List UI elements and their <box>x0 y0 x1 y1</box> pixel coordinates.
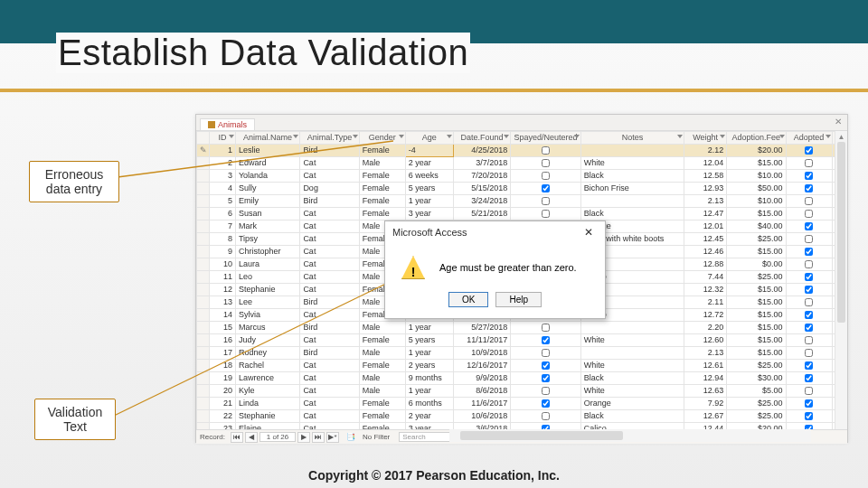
cell[interactable] <box>197 322 210 334</box>
table-row[interactable]: 22StephanieCatFemale2 year10/6/2018Black… <box>197 410 847 423</box>
cell[interactable]: 19 <box>210 372 236 385</box>
cell[interactable]: Cat <box>300 385 359 398</box>
tab-animals[interactable]: Animals <box>200 118 255 130</box>
cell[interactable] <box>197 410 210 423</box>
table-row[interactable]: 15MarcusBirdMale1 year5/27/20182.20$15.0… <box>197 322 847 334</box>
table-row[interactable]: 19LawrenceCatMale9 months9/9/2018Black12… <box>197 372 847 385</box>
cell[interactable]: White <box>580 157 684 170</box>
col-header[interactable]: Age <box>405 132 453 145</box>
cell[interactable]: $25.00 <box>727 410 786 423</box>
cell[interactable]: $20.00 <box>727 423 786 430</box>
cell[interactable]: Linda <box>235 398 299 410</box>
cell[interactable]: -4 <box>405 145 453 157</box>
cell[interactable]: Leo <box>235 271 299 284</box>
cell[interactable]: 2 year <box>405 410 453 423</box>
nav-next-button[interactable]: ▶ <box>297 432 310 443</box>
cell[interactable]: 3/24/2018 <box>453 195 510 208</box>
cell[interactable] <box>197 296 210 309</box>
cell[interactable]: $15.00 <box>727 284 786 296</box>
cell[interactable]: Laura <box>235 258 299 271</box>
cell[interactable] <box>511 410 581 423</box>
cell[interactable]: Cat <box>300 157 359 170</box>
cell[interactable] <box>511 208 581 221</box>
cell[interactable]: 4 <box>210 183 236 195</box>
cell[interactable]: Male <box>359 157 405 170</box>
cell[interactable] <box>511 385 581 398</box>
cell[interactable]: Judy <box>235 334 299 347</box>
cell[interactable]: 3/6/2018 <box>453 423 510 430</box>
cell[interactable]: Bird <box>300 296 359 309</box>
cell[interactable] <box>197 195 210 208</box>
cell[interactable]: $25.00 <box>727 360 786 372</box>
cell[interactable] <box>197 372 210 385</box>
cell[interactable]: 7.44 <box>684 271 727 284</box>
cell[interactable]: 5 <box>210 195 236 208</box>
ok-button[interactable]: OK <box>448 292 488 307</box>
cell[interactable]: 2 <box>210 157 236 170</box>
cell[interactable]: Female <box>359 423 405 430</box>
table-row[interactable]: 20KyleCatMale1 year8/6/2018White12.63$5.… <box>197 385 847 398</box>
cell[interactable]: 18 <box>210 360 236 372</box>
help-button[interactable]: Help <box>495 292 542 307</box>
cell[interactable]: 2.13 <box>684 195 727 208</box>
cell[interactable]: White <box>580 360 684 372</box>
cell[interactable] <box>197 309 210 322</box>
cell[interactable]: Male <box>359 347 405 360</box>
cell[interactable]: 1 year <box>405 347 453 360</box>
cell[interactable] <box>511 398 581 410</box>
hscroll-thumb[interactable] <box>460 431 623 440</box>
cell[interactable] <box>786 258 832 271</box>
cell[interactable]: 12.61 <box>684 360 727 372</box>
cell[interactable] <box>197 271 210 284</box>
cell[interactable]: Black <box>580 170 684 183</box>
cell[interactable]: 22 <box>210 410 236 423</box>
cell[interactable] <box>511 322 581 334</box>
cell[interactable]: 7 <box>210 221 236 233</box>
cell[interactable]: 12.47 <box>684 208 727 221</box>
cell[interactable]: 8/6/2018 <box>453 385 510 398</box>
cell[interactable]: Bird <box>300 195 359 208</box>
cell[interactable]: Female <box>359 195 405 208</box>
cell[interactable] <box>197 246 210 258</box>
cell[interactable]: Black <box>580 372 684 385</box>
cell[interactable]: Female <box>359 410 405 423</box>
cell[interactable]: Cat <box>300 208 359 221</box>
col-header[interactable]: Adopted <box>786 132 832 145</box>
cell[interactable]: 8 <box>210 233 236 246</box>
cell[interactable]: Susan <box>235 208 299 221</box>
cell[interactable] <box>197 347 210 360</box>
cell[interactable]: $25.00 <box>727 398 786 410</box>
col-header[interactable]: Spayed/Neutered <box>511 132 581 145</box>
cell[interactable]: 5/15/2018 <box>453 183 510 195</box>
cell[interactable]: Female <box>359 360 405 372</box>
cell[interactable] <box>786 183 832 195</box>
cell[interactable]: 14 <box>210 309 236 322</box>
col-header[interactable]: Notes <box>580 132 684 145</box>
cell[interactable] <box>786 322 832 334</box>
cell[interactable]: 3 year <box>405 208 453 221</box>
cell[interactable] <box>580 195 684 208</box>
cell[interactable] <box>786 246 832 258</box>
cell[interactable] <box>786 284 832 296</box>
cell[interactable] <box>197 233 210 246</box>
cell[interactable]: Marcus <box>235 322 299 334</box>
cell[interactable]: 12.44 <box>684 423 727 430</box>
cell[interactable]: Elaine <box>235 423 299 430</box>
table-row[interactable]: 18RachelCatFemale2 years12/16/2017White1… <box>197 360 847 372</box>
cell[interactable]: 23 <box>210 423 236 430</box>
cell[interactable]: 5/21/2018 <box>453 208 510 221</box>
cell[interactable] <box>786 398 832 410</box>
cell[interactable]: 9 <box>210 246 236 258</box>
col-header[interactable] <box>197 132 210 145</box>
cell[interactable]: Bird <box>300 347 359 360</box>
cell[interactable] <box>786 195 832 208</box>
cell[interactable] <box>197 334 210 347</box>
cell[interactable]: 9 months <box>405 372 453 385</box>
dialog-close-button[interactable]: ✕ <box>576 224 601 240</box>
cell[interactable] <box>786 347 832 360</box>
cell[interactable]: 12.45 <box>684 233 727 246</box>
cell[interactable]: $5.00 <box>727 385 786 398</box>
cell[interactable]: Cat <box>300 423 359 430</box>
cell[interactable]: Kyle <box>235 385 299 398</box>
cell[interactable]: Male <box>359 322 405 334</box>
